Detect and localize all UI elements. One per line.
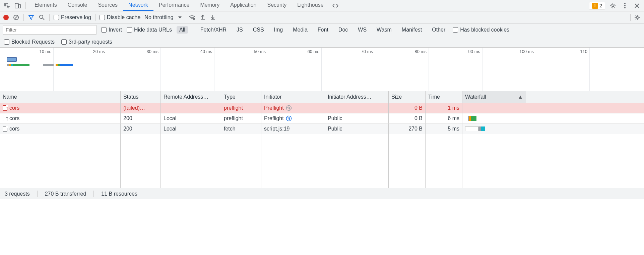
cell-initiator[interactable]: script.js:19 [261, 124, 325, 134]
inspect-icon[interactable] [3, 1, 11, 10]
column-header-size[interactable]: Size [389, 91, 426, 103]
requests-table: NameStatusRemote Address…TypeInitiatorIn… [0, 91, 644, 188]
cell-time: 6 ms [426, 113, 462, 124]
column-header-status[interactable]: Status [121, 91, 161, 103]
divider [95, 14, 95, 21]
column-header-initiator[interactable]: Initiator [261, 91, 325, 103]
tab-sources[interactable]: Sources [92, 0, 123, 11]
cell-name[interactable]: cors [0, 103, 121, 113]
filter-row-2: Blocked Requests 3rd-party requests [0, 36, 644, 48]
type-pill-fetchxhr[interactable]: Fetch/XHR [198, 26, 229, 34]
cell-waterfall [462, 113, 526, 124]
cell-initiator[interactable]: Preflight [261, 113, 325, 124]
cell-size: 0 B [389, 113, 426, 124]
hide-data-urls-checkbox[interactable]: Hide data URLs [127, 27, 172, 33]
cell-initiator[interactable]: Preflight [261, 103, 325, 113]
device-mode-icon[interactable] [13, 1, 22, 10]
overview-tick: 110 [536, 48, 590, 91]
settings-icon[interactable] [608, 1, 617, 10]
divider [193, 27, 193, 33]
has-blocked-cookies-checkbox[interactable]: Has blocked cookies [453, 27, 509, 33]
overview-tick: 100 ms [482, 48, 536, 91]
throttling-select[interactable]: No throttling [144, 14, 184, 20]
search-icon[interactable] [39, 14, 45, 21]
column-header-extra[interactable] [526, 91, 644, 103]
filter-input[interactable] [3, 25, 96, 35]
tick-label: 100 ms [519, 49, 534, 54]
cell-name[interactable]: cors [0, 124, 121, 134]
tick-label: 110 [580, 49, 587, 54]
blocked-requests-checkbox[interactable]: Blocked Requests [4, 39, 55, 45]
tab-security[interactable]: Security [262, 0, 292, 11]
tab-performance[interactable]: Performance [153, 0, 195, 11]
disable-cache-checkbox[interactable]: Disable cache [100, 14, 141, 20]
cell-waterfall [462, 124, 526, 134]
overview-tick: 90 ms [429, 48, 482, 91]
invert-label: Invert [109, 27, 122, 33]
type-pill-media[interactable]: Media [290, 26, 310, 34]
tab-network[interactable]: Network [123, 0, 153, 11]
type-pill-manifest[interactable]: Manifest [399, 26, 425, 34]
type-pill-js[interactable]: JS [234, 26, 246, 34]
tick-label: 10 ms [40, 49, 51, 54]
type-pill-css[interactable]: CSS [250, 26, 267, 34]
third-party-checkbox[interactable]: 3rd-party requests [61, 39, 112, 45]
overview-selection[interactable] [7, 57, 17, 62]
checkbox-icon [54, 15, 59, 20]
cell-type: preflight [221, 103, 261, 113]
network-settings-icon[interactable] [634, 14, 641, 21]
type-pill-doc[interactable]: Doc [336, 26, 350, 34]
third-party-label: 3rd-party requests [69, 39, 112, 45]
tab-elements[interactable]: Elements [29, 0, 62, 11]
type-pill-font[interactable]: Font [315, 26, 331, 34]
issues-badge[interactable]: ! 2 [589, 2, 605, 10]
preserve-log-checkbox[interactable]: Preserve log [54, 14, 91, 20]
column-header-waterfall[interactable]: Waterfall▲ [462, 91, 526, 103]
import-har-icon[interactable] [200, 14, 206, 21]
checkbox-icon [61, 39, 67, 45]
column-header-type[interactable]: Type [221, 91, 261, 103]
filter-funnel-icon[interactable] [28, 14, 35, 21]
resource-type-filter: AllFetch/XHRJSCSSImgMediaFontDocWSWasmMa… [177, 26, 448, 34]
file-icon [3, 126, 7, 132]
cell-name[interactable]: cors [0, 113, 121, 124]
column-header-initiatoraddress[interactable]: Initiator Address… [325, 91, 389, 103]
tab-memory[interactable]: Memory [195, 0, 225, 11]
close-icon[interactable] [633, 1, 641, 10]
cell-type: preflight [221, 113, 261, 124]
column-header-time[interactable]: Time [426, 91, 462, 103]
tick-label: 50 ms [254, 49, 266, 54]
tab-console[interactable]: Console [62, 0, 93, 11]
cell-initiator-address [325, 103, 389, 113]
hide-data-urls-label: Hide data URLs [134, 27, 172, 33]
type-pill-img[interactable]: Img [271, 26, 286, 34]
cell-size: 0 B [389, 103, 426, 113]
type-pill-ws[interactable]: WS [355, 26, 369, 34]
type-pill-wasm[interactable]: Wasm [374, 26, 394, 34]
tab-application[interactable]: Application [225, 0, 262, 11]
network-conditions-icon[interactable] [188, 14, 196, 21]
blocked-requests-label: Blocked Requests [11, 39, 55, 45]
more-tabs-icon[interactable] [331, 1, 340, 10]
initiator-link[interactable]: script.js:19 [264, 126, 289, 132]
tab-lighthouse[interactable]: Lighthouse [292, 0, 329, 11]
kebab-menu-icon[interactable] [621, 1, 629, 10]
divider [23, 14, 24, 21]
cell-status: 200 [121, 113, 161, 124]
column-header-name[interactable]: Name [0, 91, 121, 103]
tick-label: 60 ms [308, 49, 319, 54]
type-pill-all[interactable]: All [177, 26, 188, 34]
swap-icon [286, 115, 292, 121]
export-har-icon[interactable] [210, 14, 216, 21]
column-header-remoteaddress[interactable]: Remote Address… [161, 91, 221, 103]
svg-point-5 [624, 7, 626, 8]
status-transferred: 270 B transferred [45, 191, 86, 197]
overview-tick: 60 ms [268, 48, 322, 91]
clear-icon[interactable] [13, 14, 19, 21]
invert-checkbox[interactable]: Invert [101, 27, 122, 33]
overview-timeline[interactable]: 10 ms20 ms30 ms40 ms50 ms60 ms70 ms80 ms… [0, 48, 644, 91]
type-pill-other[interactable]: Other [429, 26, 448, 34]
svg-point-10 [286, 106, 291, 111]
svg-point-11 [286, 116, 291, 121]
record-button[interactable] [3, 15, 9, 20]
